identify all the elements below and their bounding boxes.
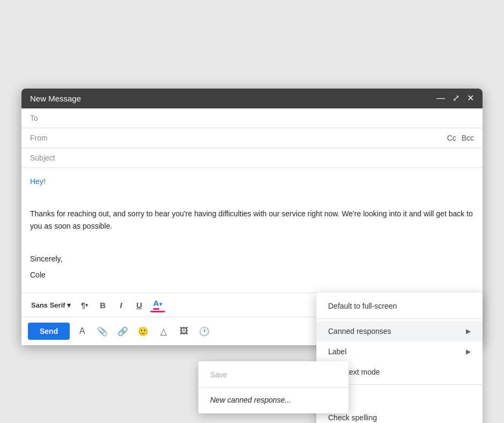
new-canned-label: New canned response... <box>210 396 291 404</box>
signature-name: Cole <box>30 269 474 281</box>
context-menu-item-label[interactable]: Label ▶ <box>316 341 483 362</box>
font-color-icon: A <box>153 298 159 310</box>
font-dropdown-icon: ▾ <box>67 301 71 309</box>
close-button[interactable]: ✕ <box>467 94 474 103</box>
main-context-menu: Default to full-screen Canned responses … <box>316 293 483 423</box>
from-field: From Cc Bcc <box>21 128 483 148</box>
font-selector[interactable]: Sans Serif ▾ <box>28 299 74 311</box>
photo-button[interactable]: 🖼 <box>176 323 192 339</box>
to-label: To <box>30 114 62 122</box>
emoji-button[interactable]: 🙂 <box>135 323 151 339</box>
context-menu-item-canned[interactable]: Canned responses ▶ Save New canned respo… <box>316 321 483 341</box>
context-spelling-label: Check spelling <box>328 413 377 422</box>
confidential-button[interactable]: 🕐 <box>196 323 212 339</box>
underline-button[interactable]: U <box>132 297 147 312</box>
from-input[interactable] <box>62 134 444 142</box>
compose-body[interactable]: Hey! Thanks for reaching out, and sorry … <box>21 168 483 293</box>
compose-header: New Message — ⤢ ✕ <box>21 89 483 108</box>
canned-sub-menu: Save New canned response... <box>198 361 349 413</box>
subject-label: Subject <box>30 154 62 162</box>
from-label: From <box>30 134 62 142</box>
sub-menu-item-new-canned[interactable]: New canned response... <box>198 390 349 410</box>
text-size-icon: ¶ <box>81 301 85 310</box>
context-menu-divider-1 <box>316 318 483 319</box>
to-field: To <box>21 108 483 128</box>
font-color-button[interactable]: A ▾ <box>150 297 165 312</box>
subject-input[interactable] <box>62 154 474 162</box>
compose-header-controls: — ⤢ ✕ <box>436 94 474 103</box>
font-color-dropdown: ▾ <box>159 301 162 307</box>
drive-button[interactable]: △ <box>155 323 172 339</box>
bcc-button[interactable]: Bcc <box>462 134 474 142</box>
context-fullscreen-label: Default to full-screen <box>328 302 397 310</box>
italic-button[interactable]: I <box>114 297 129 312</box>
subject-field: Subject <box>21 148 483 168</box>
chevron-right-icon-label: ▶ <box>466 348 471 355</box>
send-button[interactable]: Send <box>28 323 70 340</box>
text-size-dropdown-icon: ▾ <box>85 302 88 308</box>
compose-window: New Message — ⤢ ✕ To From Cc Bcc Subject… <box>21 89 483 346</box>
sub-menu-item-save[interactable]: Save <box>198 364 349 385</box>
closing-text: Sincerely, <box>30 253 474 265</box>
bold-button[interactable]: B <box>95 297 110 312</box>
cc-button[interactable]: Cc <box>447 134 456 142</box>
font-name: Sans Serif <box>31 301 65 309</box>
text-size-button[interactable]: ¶ ▾ <box>77 297 92 312</box>
chevron-right-icon: ▶ <box>466 327 471 335</box>
compose-title: New Message <box>30 94 81 103</box>
greeting-text: Hey! <box>30 177 46 186</box>
context-canned-label: Canned responses <box>328 327 391 336</box>
body-paragraph: Thanks for reaching out, and sorry to he… <box>30 208 474 232</box>
link-button[interactable]: 🔗 <box>115 323 131 339</box>
attach-file-button[interactable]: 📎 <box>94 323 110 339</box>
context-menu-item-fullscreen[interactable]: Default to full-screen <box>316 296 483 316</box>
sub-menu-divider <box>198 387 349 388</box>
to-input[interactable] <box>62 114 474 122</box>
format-text-button[interactable]: A <box>74 323 90 339</box>
context-label-label: Label <box>328 347 346 356</box>
save-label: Save <box>210 370 227 379</box>
minimize-button[interactable]: — <box>436 94 445 103</box>
expand-button[interactable]: ⤢ <box>453 94 459 103</box>
cc-bcc-buttons: Cc Bcc <box>444 134 474 142</box>
